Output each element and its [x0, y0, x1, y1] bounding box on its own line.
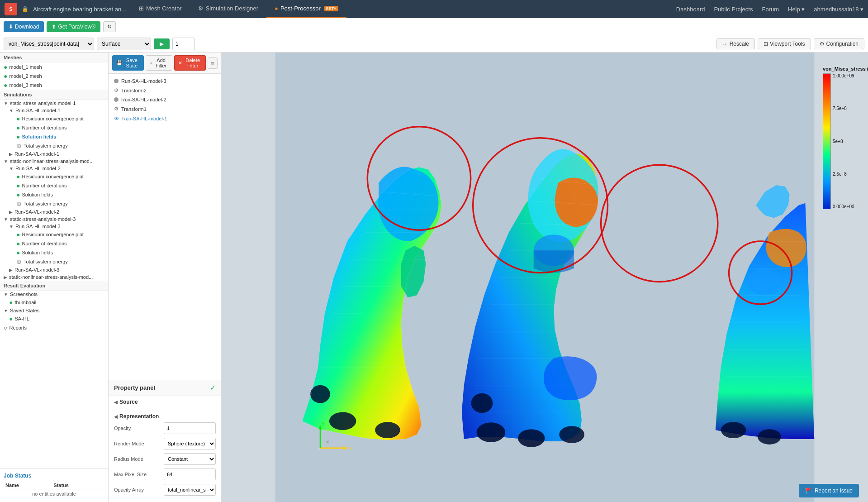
sim-leaf-iterations-1[interactable]: ● Number of iterations — [0, 123, 108, 132]
sim-group-0[interactable]: ▼ static-stress-analysis-model-1 — [0, 100, 108, 107]
field-select[interactable]: von_Mises_stress[point-data] — [4, 38, 94, 50]
download-label: Download — [15, 24, 39, 30]
sim-leaf-energy-1[interactable]: ⊕ Total system energy — [0, 141, 108, 150]
sim-group-stress3[interactable]: ▼ static-stress-analysis-model-3 — [0, 215, 108, 223]
pp-source-title[interactable]: ◀ Source — [114, 399, 216, 405]
arrow-nl1: ▼ — [4, 159, 8, 164]
refresh-button[interactable]: ↻ — [103, 21, 116, 32]
pp-row-maxpixel: Max Pixel Size — [114, 469, 216, 480]
sim-leaf-conv-2[interactable]: ● Residuum convergence plot — [0, 172, 108, 181]
nav-forum[interactable]: Forum — [762, 6, 779, 13]
rescale-button[interactable]: ↔ Rescale — [716, 38, 755, 49]
save-state-button[interactable]: 💾 Save State — [112, 55, 144, 71]
leaf-label-12: Total system energy — [24, 259, 68, 264]
sim-group-nonlinear-1[interactable]: ▼ static-nonlinear-stress-analysis-mod..… — [0, 158, 108, 165]
sim-leaf-solution-1[interactable]: ● Solution fields — [0, 132, 108, 141]
arrow-s3: ▼ — [4, 217, 8, 222]
screenshots-item[interactable]: ▼ Screenshots — [0, 291, 108, 298]
filter-item-0[interactable]: Run-SA-HL-model-3 — [109, 76, 221, 86]
svg-point-16 — [559, 426, 584, 443]
report-issue-button[interactable]: 🚩 Report an issue — [799, 484, 859, 497]
tab-simulation-designer[interactable]: ⚙ Simulation Designer — [190, 0, 266, 18]
maxpixel-input[interactable] — [164, 469, 216, 480]
sim-leaf-sol-2[interactable]: ● Solution fields — [0, 190, 108, 199]
configuration-button[interactable]: ⚙ Configuration — [814, 38, 864, 49]
reports-item[interactable]: ○ Reports — [0, 323, 108, 332]
sim-leaf-en-3[interactable]: ⊕ Total system energy — [0, 257, 108, 266]
no-entities-text: no entities available — [4, 489, 104, 499]
mesh-item-3[interactable]: ● model_3 mesh — [0, 81, 108, 90]
pp-label-radiusmode: Radius Mode — [114, 456, 164, 462]
arrow-vl3: ▶ — [9, 268, 13, 273]
opacity-input[interactable] — [164, 422, 216, 434]
delete-icon: ✕ — [178, 60, 182, 66]
leaf-label-8: Total system energy — [24, 201, 68, 206]
pp-check-icon: ✓ — [210, 383, 216, 392]
rendermode-select[interactable]: Sphere (Texture) Points Spheres Flat — [164, 438, 216, 449]
leaf-label-7: Solution fields — [22, 192, 53, 197]
tab-post-processor[interactable]: ● Post-Processor BETA — [266, 0, 346, 18]
dot-2: ● — [16, 124, 20, 131]
sim-group-vl1[interactable]: ▶ Run-SA-VL-model-1 — [0, 150, 108, 158]
filter-name-0: Run-SA-HL-model-3 — [121, 78, 166, 84]
sim-group-hl2[interactable]: ▼ Run-SA-HL-model-2 — [0, 165, 108, 172]
filter-item-3[interactable]: ⚙ Transform1 — [109, 104, 221, 114]
viewport[interactable]: x y ✕ von_Mises_stress (Pa) 1.000e+09 7.… — [222, 53, 868, 502]
paraview-icon: ⬆ — [52, 24, 56, 30]
sim-leaf-label-2: Number of iterations — [22, 125, 66, 130]
surface-select[interactable]: Surface — [97, 38, 151, 50]
pp-row-opacity: Opacity — [114, 422, 216, 434]
sim-group-1[interactable]: ▼ Run-SA-HL-model-1 — [0, 107, 108, 114]
sim-group-vl2[interactable]: ▶ Run-SA-VL-model-2 — [0, 208, 108, 215]
nav-public-projects[interactable]: Public Projects — [714, 6, 753, 13]
pp-control-maxpixel — [164, 469, 216, 480]
sim-group-vl3[interactable]: ▶ Run-SA-VL-model-3 — [0, 266, 108, 273]
download-button[interactable]: ⬇ Download — [4, 21, 44, 32]
mesh-item-1[interactable]: ● model_1 mesh — [0, 62, 108, 72]
filter-item-2[interactable]: Run-SA-HL-model-2 — [109, 95, 221, 104]
svg-point-2 — [375, 422, 400, 438]
play-button[interactable]: ▶ — [154, 38, 170, 49]
arrow-hl3: ▼ — [9, 224, 14, 229]
pp-source-arrow: ◀ — [114, 400, 118, 405]
arrow-vl1: ▶ — [9, 152, 13, 157]
sim-leaf-en-2[interactable]: ⊕ Total system energy — [0, 199, 108, 208]
get-paraview-button[interactable]: ⬆ Get ParaView® — [47, 21, 100, 32]
viewport-tools-button[interactable]: ⊡ Viewport Tools — [758, 38, 811, 49]
radiusmode-select[interactable]: Constant Scalar Vector — [164, 453, 216, 465]
sim-group-hl3[interactable]: ▼ Run-SA-HL-model-3 — [0, 223, 108, 230]
sim-leaf-iter-2[interactable]: ● Number of iterations — [0, 181, 108, 190]
filter-item-4[interactable]: 👁 Run-SA-HL-model-1 — [109, 114, 221, 124]
frame-number-input[interactable] — [172, 38, 195, 50]
filter-menu-button[interactable]: ≡ — [208, 57, 218, 69]
opacityarray-select[interactable]: total_nonlinear_strain von_Mises_stress … — [164, 484, 216, 496]
top-nav-right: Dashboard Public Projects Forum Help ▾ a… — [676, 6, 863, 13]
pp-control-opacity — [164, 422, 216, 434]
nav-user[interactable]: ahmedhussain18 ▾ — [814, 6, 863, 13]
mesh-item-2[interactable]: ● model_2 mesh — [0, 72, 108, 81]
thumbnail-item[interactable]: ● thumbnail — [0, 298, 108, 307]
sim-leaf-convergence-1[interactable]: ● Residuum convergence plot — [0, 114, 108, 123]
left-panel: Meshes ● model_1 mesh ● model_2 mesh ● m… — [0, 53, 109, 502]
sim-leaf-conv-3[interactable]: ● Residuum convergence plot — [0, 230, 108, 239]
viewport-tools-icon: ⊡ — [764, 41, 768, 47]
pp-repr-title[interactable]: ◀ Representation — [114, 413, 216, 420]
mesh-name-3: model_3 mesh — [9, 82, 42, 88]
nav-dashboard[interactable]: Dashboard — [676, 6, 705, 13]
delete-filter-button[interactable]: ✕ Delete Filter — [174, 55, 206, 71]
nav-help[interactable]: Help ▾ — [788, 6, 805, 13]
status-green-2: ● — [4, 72, 7, 80]
tab-mesh-creator[interactable]: ⊞ Mesh Creator — [131, 0, 190, 18]
sim-label-0: static-stress-analysis-model-1 — [10, 100, 76, 106]
filter-name-3: Transform1 — [121, 106, 147, 112]
sim-leaf-sol-3[interactable]: ● Solution fields — [0, 248, 108, 257]
saved-states-item[interactable]: ▼ Saved States — [0, 307, 108, 314]
paraview-label: Get ParaView® — [58, 24, 95, 30]
sim-group-nonlinear-2[interactable]: ▶ static-nonlinear-stress-analysis-mod..… — [0, 273, 108, 281]
reports-label: Reports — [9, 325, 27, 330]
filter-item-1[interactable]: ⚙ Transform2 — [109, 86, 221, 95]
sa-hl-item[interactable]: ● SA-HL — [0, 314, 108, 323]
pp-row-radiusmode: Radius Mode Constant Scalar Vector — [114, 453, 216, 465]
sim-leaf-iter-3[interactable]: ● Number of iterations — [0, 239, 108, 248]
add-filter-button[interactable]: + Add Filter — [146, 55, 172, 71]
